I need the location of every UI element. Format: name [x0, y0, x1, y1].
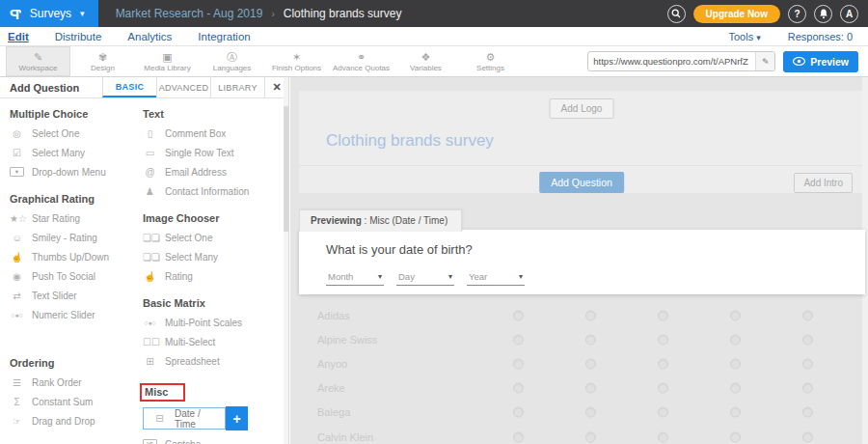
- radio-button[interactable]: [585, 431, 596, 442]
- tab-library[interactable]: LIBRARY: [210, 77, 264, 97]
- date-select-year[interactable]: Year▾: [467, 269, 525, 286]
- radio-button[interactable]: [585, 358, 596, 369]
- add-intro-button[interactable]: Add Intro: [794, 173, 853, 193]
- surveys-menu[interactable]: Ƥ Surveys ▾: [0, 0, 98, 27]
- toolbar-item-settings[interactable]: ⚙Settings: [458, 46, 523, 76]
- question-type-rating[interactable]: ☝Rating: [143, 266, 280, 286]
- avatar[interactable]: A: [840, 5, 858, 23]
- radio-button[interactable]: [730, 358, 741, 369]
- question-type-select-one[interactable]: ◎Select One: [10, 124, 135, 143]
- question-type-push-to-social[interactable]: ◉Push To Social: [10, 266, 135, 286]
- toolbar-items: ✎Workspace✾Design▣Media LibraryⒶLanguage…: [0, 46, 523, 76]
- toolbar-item-design[interactable]: ✾Design: [70, 46, 135, 76]
- question-type-rank-order[interactable]: ☰Rank Order: [10, 373, 135, 392]
- toolbar-item-languages[interactable]: ⒶLanguages: [200, 46, 264, 76]
- radio-button[interactable]: [730, 383, 741, 394]
- question-type-label: Drop-down Menu: [32, 167, 106, 178]
- preview-button[interactable]: Preview: [783, 51, 858, 72]
- radio-button[interactable]: [658, 407, 668, 418]
- nav-item-edit[interactable]: Edit: [8, 31, 29, 42]
- radio-button[interactable]: [585, 334, 596, 345]
- single-row-text-icon: ▭: [143, 148, 157, 158]
- nav-item-analytics[interactable]: Analytics: [127, 31, 172, 42]
- question-type-select-many[interactable]: ☑Select Many: [10, 143, 135, 162]
- radio-button[interactable]: [585, 310, 596, 320]
- tab-advanced[interactable]: ADVANCED: [156, 77, 210, 97]
- radio-button[interactable]: [513, 383, 524, 394]
- radio-button[interactable]: [658, 431, 668, 442]
- tools-dropdown[interactable]: Tools ▾: [728, 31, 760, 42]
- date-select-month[interactable]: Month▾: [326, 269, 384, 286]
- questionpro-logo-icon: Ƥ: [10, 6, 21, 22]
- radio-button[interactable]: [585, 407, 596, 418]
- question-type-multi-point-scales[interactable]: ○●○Multi-Point Scales: [143, 313, 280, 332]
- radio-button[interactable]: [730, 334, 741, 345]
- radio-button[interactable]: [802, 407, 813, 418]
- radio-button[interactable]: [513, 407, 524, 418]
- radio-button[interactable]: [730, 407, 741, 418]
- radio-button[interactable]: [658, 310, 668, 320]
- radio-button[interactable]: [513, 431, 524, 442]
- misc-annotation-highlight: Misc: [140, 383, 185, 402]
- radio-button[interactable]: [802, 383, 813, 394]
- question-type-constant-sum[interactable]: ΣConstant Sum: [10, 392, 135, 411]
- comment-box-icon: ▯: [143, 128, 157, 139]
- question-type-thumbs-up-down[interactable]: ☝Thumbs Up/Down: [10, 247, 135, 266]
- nav-item-distribute[interactable]: Distribute: [55, 31, 102, 42]
- radio-button[interactable]: [730, 431, 741, 442]
- text-slider-icon: ⇄: [10, 291, 24, 301]
- breadcrumb-folder[interactable]: Market Research - Aug 2019: [116, 7, 263, 20]
- question-type-drop-down-menu[interactable]: ▾Drop-down Menu: [10, 162, 135, 181]
- add-question-button[interactable]: Add Question: [539, 172, 624, 193]
- add-date-time-button[interactable]: +: [226, 406, 248, 430]
- notifications-bell-icon[interactable]: [814, 5, 832, 23]
- search-icon[interactable]: [667, 5, 686, 23]
- question-type-drag-and-drop[interactable]: ☞Drag and Drop: [10, 411, 135, 430]
- survey-title[interactable]: Clothing brands survey: [326, 131, 494, 151]
- radio-button[interactable]: [802, 431, 813, 442]
- toolbar-item-advance-quotas[interactable]: ⚭Advance Quotas: [329, 46, 393, 76]
- toolbar-item-media-library[interactable]: ▣Media Library: [135, 46, 200, 76]
- question-type-smiley-rating[interactable]: ☺Smiley - Rating: [10, 228, 135, 247]
- toolbar-item-workspace[interactable]: ✎Workspace: [6, 46, 70, 76]
- radio-button[interactable]: [802, 334, 813, 345]
- question-type-captcha[interactable]: vsCaptcha: [143, 434, 280, 444]
- radio-button[interactable]: [513, 334, 524, 345]
- question-type-comment-box[interactable]: ▯Comment Box: [143, 124, 280, 143]
- responses-count[interactable]: Responses: 0: [788, 31, 853, 42]
- question-type-label: Push To Social: [32, 271, 95, 282]
- add-logo-button[interactable]: Add Logo: [550, 98, 614, 119]
- question-type-multi-select[interactable]: ☐☐Multi-Select: [143, 332, 280, 351]
- radio-button[interactable]: [658, 383, 668, 394]
- survey-url-field[interactable]: https://www.questionpro.com/t/APNrfZ ✎: [587, 51, 775, 71]
- question-type-spreadsheet[interactable]: ⊞Spreadsheet: [143, 351, 280, 371]
- nav-item-integration[interactable]: Integration: [198, 31, 250, 42]
- radio-button[interactable]: [802, 358, 813, 369]
- tab-basic[interactable]: BASIC: [102, 77, 156, 97]
- edit-url-pencil-icon[interactable]: ✎: [755, 52, 774, 70]
- panel-scrollbar[interactable]: [284, 77, 288, 444]
- date-select-day[interactable]: Day▾: [396, 269, 454, 286]
- upgrade-now-button[interactable]: Upgrade Now: [693, 5, 780, 23]
- question-type-single-row-text[interactable]: ▭Single Row Text: [143, 143, 280, 162]
- question-type-contact-information[interactable]: ♟Contact Information: [143, 181, 280, 201]
- radio-button[interactable]: [585, 383, 596, 394]
- question-type-numeric-slider[interactable]: ○●○Numeric Slider: [10, 305, 135, 324]
- radio-button[interactable]: [730, 310, 741, 320]
- panel-scrollbar-thumb[interactable]: [284, 106, 288, 232]
- question-type-select-one[interactable]: ❏❏Select One: [143, 228, 280, 247]
- radio-button[interactable]: [658, 334, 668, 345]
- question-type-star-rating[interactable]: ★☆Star Rating: [10, 208, 135, 228]
- radio-button[interactable]: [513, 310, 524, 320]
- question-type-date-time[interactable]: ⊟Date / Time: [143, 407, 226, 430]
- toolbar-item-finish-options[interactable]: ✶Finish Options: [264, 46, 329, 76]
- help-icon[interactable]: ?: [788, 5, 806, 23]
- radio-button[interactable]: [802, 310, 813, 320]
- toolbar-item-variables[interactable]: ❖Variables: [393, 46, 458, 76]
- radio-button[interactable]: [658, 358, 668, 369]
- radio-button[interactable]: [513, 358, 524, 369]
- question-type-select-many[interactable]: ❏❏Select Many: [143, 247, 280, 266]
- dropdown-icon: ▾: [10, 167, 24, 177]
- question-type-text-slider[interactable]: ⇄Text Slider: [10, 286, 135, 305]
- question-type-email-address[interactable]: @Email Address: [143, 162, 280, 181]
